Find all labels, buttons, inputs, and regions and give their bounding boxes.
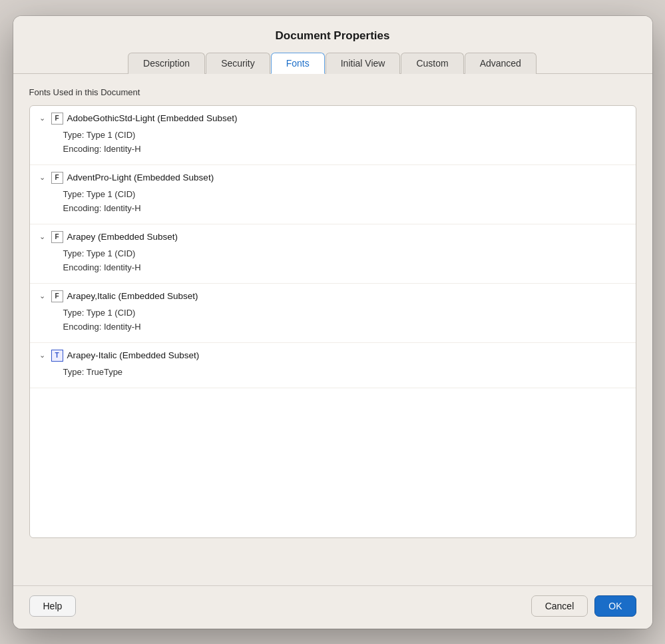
tab-bar: Description Security Fonts Initial View …: [13, 52, 652, 74]
fonts-list[interactable]: ⌄FAdobeGothicStd-Light (Embedded Subset)…: [29, 105, 636, 538]
font-detail: Type: Type 1 (CID): [63, 308, 626, 318]
font-type-icon: F: [51, 172, 63, 184]
chevron-down-icon[interactable]: ⌄: [39, 232, 47, 241]
font-item: ⌄FArapey,Italic (Embedded Subset)Type: T…: [30, 284, 636, 343]
font-detail: Encoding: Identity-H: [63, 262, 626, 272]
font-detail: Type: Type 1 (CID): [63, 248, 626, 258]
font-detail: Type: TrueType: [63, 367, 626, 377]
dialog-footer: Help Cancel OK: [13, 585, 652, 629]
font-item: ⌄FAdobeGothicStd-Light (Embedded Subset)…: [30, 106, 636, 165]
font-type-icon: F: [51, 113, 63, 125]
font-name: Arapey,Italic (Embedded Subset): [67, 291, 198, 301]
font-detail: Type: Type 1 (CID): [63, 130, 626, 140]
font-detail: Encoding: Identity-H: [63, 203, 626, 213]
font-detail: Encoding: Identity-H: [63, 322, 626, 332]
cancel-button[interactable]: Cancel: [531, 595, 588, 617]
font-type-icon: F: [51, 290, 63, 302]
font-name: AdobeGothicStd-Light (Embedded Subset): [67, 113, 238, 123]
chevron-down-icon[interactable]: ⌄: [39, 114, 47, 123]
chevron-down-icon[interactable]: ⌄: [39, 173, 47, 182]
tab-security[interactable]: Security: [206, 53, 270, 74]
font-type-icon: T: [51, 350, 63, 362]
dialog-title: Document Properties: [13, 16, 652, 52]
font-detail: Encoding: Identity-H: [63, 144, 626, 154]
ok-button[interactable]: OK: [594, 595, 636, 617]
tab-advanced[interactable]: Advanced: [465, 53, 537, 74]
document-properties-dialog: Document Properties Description Security…: [13, 16, 652, 629]
tab-initial-view[interactable]: Initial View: [326, 53, 401, 74]
font-name: AdventPro-Light (Embedded Subset): [67, 172, 214, 182]
font-name: Arapey-Italic (Embedded Subset): [67, 350, 200, 360]
font-detail: Type: Type 1 (CID): [63, 189, 626, 199]
chevron-down-icon[interactable]: ⌄: [39, 351, 47, 360]
font-item: ⌄FAdventPro-Light (Embedded Subset)Type:…: [30, 165, 636, 224]
chevron-down-icon[interactable]: ⌄: [39, 292, 47, 300]
font-item: ⌄FArapey (Embedded Subset)Type: Type 1 (…: [30, 224, 636, 284]
tab-description[interactable]: Description: [128, 53, 205, 74]
font-name: Arapey (Embedded Subset): [67, 232, 178, 242]
tab-content-fonts: Fonts Used in this Document ⌄FAdobeGothi…: [13, 74, 652, 585]
font-type-icon: F: [51, 231, 63, 243]
tab-fonts[interactable]: Fonts: [271, 53, 325, 74]
section-label: Fonts Used in this Document: [29, 87, 636, 97]
tab-custom[interactable]: Custom: [401, 53, 463, 74]
font-item: ⌄TArapey-Italic (Embedded Subset)Type: T…: [30, 343, 636, 388]
help-button[interactable]: Help: [29, 595, 77, 617]
